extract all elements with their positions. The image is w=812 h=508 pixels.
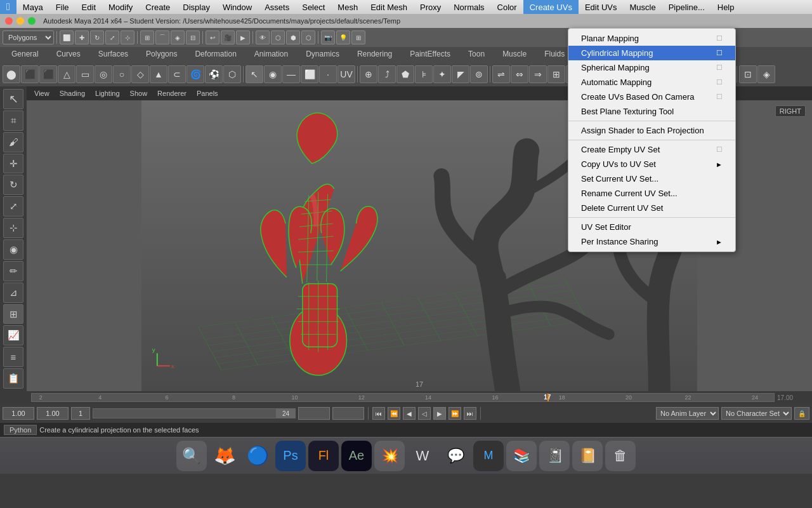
play-fwd-btn[interactable]: ▶ xyxy=(433,407,446,420)
channel-box[interactable]: ≡ xyxy=(3,347,23,367)
show-manip[interactable]: ⊿ xyxy=(3,283,23,303)
cylinder-btn[interactable]: ⬛ xyxy=(39,65,57,83)
play-back-btn[interactable]: ◁ xyxy=(418,407,431,420)
sculpt-deform[interactable]: ✏ xyxy=(3,261,23,281)
sphere-btn[interactable]: ⬤ xyxy=(3,65,20,83)
select-mode-left[interactable]: ↖ xyxy=(3,89,23,109)
menu-window[interactable]: Window xyxy=(216,0,258,14)
soft-mod-tool[interactable]: ◉ xyxy=(3,239,23,260)
menu-create[interactable]: Create xyxy=(139,0,176,14)
module-selector[interactable]: Polygons Surfaces Curves Dynamics Render… xyxy=(3,30,54,44)
dock-word[interactable]: W xyxy=(407,441,438,471)
tab-animation[interactable]: Animation xyxy=(246,48,297,62)
rough-btn[interactable]: ⬡ xyxy=(301,30,315,44)
uv-btn[interactable]: UV xyxy=(337,65,355,83)
menu-modify[interactable]: Modify xyxy=(102,0,139,14)
jump-start-btn[interactable]: ⏮ xyxy=(372,407,385,420)
light-btn[interactable]: 💡 xyxy=(336,30,350,44)
dock-flash[interactable]: Fl xyxy=(308,441,339,471)
smooth-btn[interactable]: ⬢ xyxy=(286,30,300,44)
tab-rendering[interactable]: Rendering xyxy=(348,48,401,62)
vp-view-btn[interactable]: View xyxy=(29,86,55,100)
jump-end-btn[interactable]: ⏭ xyxy=(464,407,476,420)
dock-kindle[interactable]: 📚 xyxy=(506,441,537,471)
menu-planar-mapping[interactable]: Planar Mapping ☐ xyxy=(568,31,735,46)
scale-tool-left[interactable]: ⤢ xyxy=(3,196,23,217)
graph-editor[interactable]: 📈 xyxy=(3,325,23,345)
dock-finder[interactable]: 🔍 xyxy=(176,441,207,471)
char-set-select[interactable]: No Character Set xyxy=(721,407,792,420)
prev-key-btn[interactable]: ⏪ xyxy=(388,407,400,420)
slide-edge-btn[interactable]: ⇒ xyxy=(529,65,547,83)
prism-btn[interactable]: ◇ xyxy=(131,65,149,83)
tab-curves[interactable]: Curves xyxy=(48,48,89,62)
optimize-btn[interactable]: ◈ xyxy=(757,65,775,83)
combine-btn[interactable]: ⊕ xyxy=(360,65,377,83)
max-frame-input[interactable]: 48.00 xyxy=(332,407,364,420)
vp-show-btn[interactable]: Show xyxy=(125,86,153,100)
anim-layer-select[interactable]: No Anim Layer xyxy=(656,407,719,420)
bridge-btn[interactable]: ⊧ xyxy=(415,65,433,83)
tab-dynamics[interactable]: Dynamics xyxy=(297,48,348,62)
menu-assets[interactable]: Assets xyxy=(258,0,296,14)
render-btn[interactable]: 🎥 xyxy=(221,30,235,44)
bevel-btn[interactable]: ⬟ xyxy=(396,65,414,83)
menu-assign-shader[interactable]: Assign Shader to Each Projection xyxy=(568,123,735,138)
history-btn[interactable]: ↩ xyxy=(206,30,219,44)
layout-left[interactable]: ⊞ xyxy=(3,304,23,324)
menu-edit-uvs[interactable]: Edit UVs xyxy=(579,0,624,14)
menu-select[interactable]: Select xyxy=(296,0,331,14)
tab-general[interactable]: General xyxy=(3,48,48,62)
poke-btn[interactable]: ✦ xyxy=(433,65,451,83)
cube-btn[interactable]: ⬛ xyxy=(21,65,39,83)
face-btn[interactable]: ⬜ xyxy=(301,65,318,83)
menu-copy-uvs[interactable]: Copy UVs to UV Set ► xyxy=(568,157,735,171)
cone-btn[interactable]: △ xyxy=(58,65,75,83)
tab-muscle[interactable]: Muscle xyxy=(494,48,535,62)
vertex-btn[interactable]: · xyxy=(319,65,337,83)
offset-loop-btn[interactable]: ⇔ xyxy=(511,65,528,83)
dock-maya-icon[interactable]: M xyxy=(473,441,504,471)
apple-menu[interactable]:  xyxy=(0,0,16,14)
menu-create-uvs[interactable]: Create UVs xyxy=(523,0,579,14)
move-tool-left[interactable]: ✛ xyxy=(3,154,23,174)
menu-uvset-editor[interactable]: UV Set Editor xyxy=(568,220,735,234)
show-hide-btn[interactable]: 👁 xyxy=(256,30,270,44)
menu-display[interactable]: Display xyxy=(176,0,216,14)
step-back-btn[interactable]: ◀ xyxy=(403,407,416,420)
language-selector[interactable]: Python xyxy=(4,425,37,435)
menu-mesh[interactable]: Mesh xyxy=(331,0,364,14)
menu-edit[interactable]: Edit xyxy=(75,0,102,14)
timeline-bar[interactable]: 2 4 6 8 10 12 14 16 17 18 20 22 24 xyxy=(31,393,775,402)
menu-color[interactable]: Color xyxy=(491,0,523,14)
dock-photoshop[interactable]: Ps xyxy=(275,441,306,471)
snap-grid-btn[interactable]: ⊞ xyxy=(140,30,154,44)
menu-cylindrical-mapping[interactable]: Cylindrical Mapping ☐ xyxy=(568,46,735,60)
attribute-editor[interactable]: 📋 xyxy=(3,368,23,389)
vp-renderer-btn[interactable]: Renderer xyxy=(152,86,192,100)
transform-tool-left[interactable]: ⊹ xyxy=(3,218,23,238)
soccer-btn[interactable]: ⚽ xyxy=(205,65,223,83)
circularize-btn[interactable]: ⊚ xyxy=(470,65,488,83)
dock-chrome[interactable]: 🔵 xyxy=(242,441,273,471)
minimize-button[interactable] xyxy=(16,17,24,25)
snap-curve-btn[interactable]: ⌒ xyxy=(155,30,169,44)
transform-tool-btn[interactable]: ⊹ xyxy=(121,30,134,44)
char-set-btn[interactable]: 🔒 xyxy=(794,407,809,420)
menu-normals[interactable]: Normals xyxy=(447,0,490,14)
tab-deformation[interactable]: Deformation xyxy=(186,48,245,62)
dock-addressbook[interactable]: 📔 xyxy=(572,441,603,471)
select-mode-btn[interactable]: ↖ xyxy=(246,65,263,83)
tab-surfaces[interactable]: Surfaces xyxy=(89,48,137,62)
playback-start-input[interactable] xyxy=(37,407,69,420)
platonic-btn[interactable]: ⬡ xyxy=(223,65,241,83)
wire-btn[interactable]: ⬡ xyxy=(271,30,285,44)
rotate-tool-btn[interactable]: ↻ xyxy=(90,30,104,44)
range-start-input[interactable] xyxy=(3,407,34,420)
menu-pipeline[interactable]: Pipeline... xyxy=(662,0,711,14)
pipe-btn[interactable]: ⊂ xyxy=(168,65,186,83)
menu-edit-mesh[interactable]: Edit Mesh xyxy=(364,0,414,14)
select-tool-btn[interactable]: ⬜ xyxy=(60,30,74,44)
lasso-tool[interactable]: ⌗ xyxy=(3,110,23,131)
menu-delete-uvset[interactable]: Delete Current UV Set xyxy=(568,201,735,215)
